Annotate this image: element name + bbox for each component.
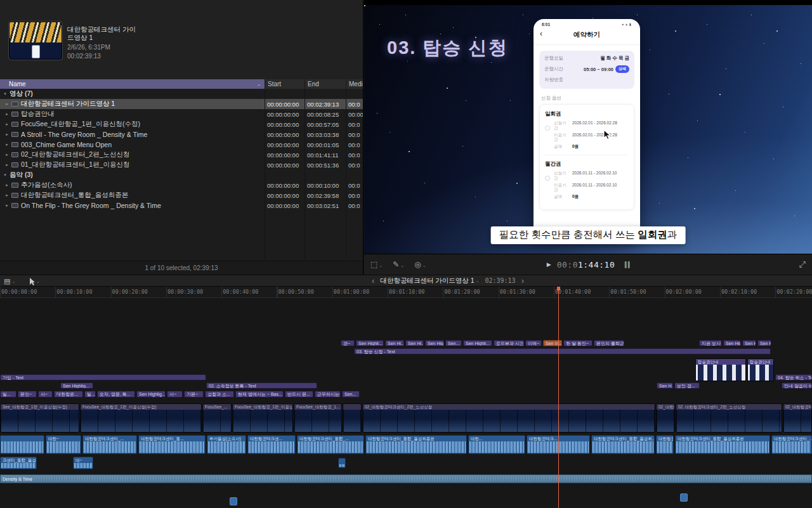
- index-button[interactable]: ▤⌄: [4, 275, 15, 287]
- title-clip[interactable]: 기본~: [184, 391, 204, 398]
- audio-clip[interactable]: 대한항공테크센...: [247, 435, 296, 454]
- effects-popup[interactable]: ◎⌄: [414, 260, 426, 269]
- list-item[interactable]: ▸01_대한항공테크센터_1편_이용신청00:00:00:0000:00:51:…: [0, 160, 363, 170]
- list-item[interactable]: ▸003_Chime Game Menu Open00:00:00:0000:0…: [0, 140, 363, 150]
- title-clip[interactable]: 02. 소속정보 등록 - Text: [206, 382, 317, 389]
- video-clip[interactable]: 02. 대한항공테크센터_2편_노선신청: [676, 403, 782, 433]
- title-clip[interactable]: 서~: [167, 391, 183, 398]
- title-clip[interactable]: Sen Hi...: [742, 340, 756, 346]
- timeline-ruler[interactable]: 00:00:00:0000:00:10:0000:00:20:0000:00:3…: [0, 287, 812, 298]
- back-chevron-icon[interactable]: ‹: [540, 29, 542, 38]
- title-clip[interactable]: 사~: [38, 391, 53, 398]
- title-clip[interactable]: Sen Highli...: [463, 340, 492, 346]
- audio-clip[interactable]: 대한항공테크센터_...: [82, 435, 137, 454]
- title-clip[interactable]: Sen Hig...: [425, 340, 444, 346]
- radio-button-icon[interactable]: [545, 176, 550, 181]
- timeline-tracks[interactable]: 관~Sen Highli...Sen Hi...Sen Hi...Sen Hig…: [0, 298, 812, 508]
- title-clip[interactable]: Sen 이...: [543, 340, 562, 346]
- list-item[interactable]: ▸A Stroll - The Grey Room _ Density & Ti…: [0, 129, 363, 140]
- playhead-timecode[interactable]: 00:01:44:10: [557, 260, 615, 270]
- title-clip[interactable]: Sen Hi...: [385, 340, 404, 346]
- title-clip[interactable]: Sen Highli...: [757, 340, 771, 346]
- title-clip[interactable]: 숫자, 영문, 특...: [97, 391, 135, 398]
- title-clip[interactable]: 일...: [0, 391, 16, 398]
- title-clip[interactable]: Sen Highlig...: [136, 391, 166, 398]
- video-frame[interactable]: 03. 탑승 신청 6:01 ● ▴ ▮ ‹ 예약하기 운행요일월 화 수 목 …: [364, 5, 812, 254]
- video-clip[interactable]: 02_대한항공테크...: [783, 403, 812, 433]
- title-clip[interactable]: 현재 앱에서는 ~ Bas...: [235, 391, 284, 398]
- title-clip[interactable]: 성함과 소...: [205, 391, 234, 398]
- disclosure-triangle-icon[interactable]: ▸: [4, 142, 10, 147]
- video-clip[interactable]: 02_대한항공테크센터_2편_노선신청: [362, 403, 655, 433]
- title-clip[interactable]: Sen...: [342, 391, 360, 398]
- playhead[interactable]: [558, 287, 559, 508]
- audio-clip[interactable]: [338, 458, 346, 468]
- list-item[interactable]: ▸02_대한항공테크센터_2편_노선신청00:00:00:0000:01:41:…: [0, 150, 363, 160]
- audio-clip[interactable]: 대한항공테크센터_통합_음성최...: [591, 435, 655, 454]
- disclosure-triangle-icon[interactable]: ▸: [4, 203, 10, 208]
- stub-clip[interactable]: [230, 497, 237, 505]
- audio-meters-icon[interactable]: [624, 261, 629, 268]
- thumb-clip[interactable]: 탑승권안내: [695, 358, 746, 381]
- audio-clip[interactable]: 대한항공테크센터_통합_음성최종본: [675, 435, 770, 454]
- disclosure-triangle-icon[interactable]: ▸: [4, 152, 10, 157]
- title-clip[interactable]: 본인의 출퇴근 방...: [594, 340, 624, 346]
- title-clip[interactable]: Sen H...: [657, 382, 673, 389]
- title-clip[interactable]: 보안 경...: [674, 382, 700, 389]
- audio-clip[interactable]: 대한항공테크센터_통합_음성최종본: [365, 435, 467, 454]
- radio-button-icon[interactable]: [545, 126, 550, 131]
- audio-clip[interactable]: 대한항공테크센터_통합_...: [297, 435, 364, 454]
- disclosure-triangle-icon[interactable]: ▸: [4, 183, 10, 188]
- detail-badge[interactable]: 상세: [615, 65, 629, 73]
- video-clip[interactable]: FocuSee_대한항공_1편_이용신...: [232, 403, 293, 433]
- disclosure-triangle-icon[interactable]: ▸: [4, 162, 10, 167]
- title-clip[interactable]: 근무하시는~: [315, 391, 341, 398]
- title-clip[interactable]: Sen Hig...: [723, 340, 741, 346]
- disclosure-triangle-icon[interactable]: ▾: [2, 173, 8, 178]
- column-header-start[interactable]: Start: [265, 79, 304, 89]
- audio-clip[interactable]: [0, 435, 44, 454]
- audio-clip[interactable]: 대한항공테크센터_통...: [138, 435, 206, 454]
- list-item[interactable]: ▸추가음성(소속사)00:00:00:0000:00:10:0000:0: [0, 180, 363, 190]
- disclosure-triangle-icon[interactable]: ▸: [4, 132, 10, 137]
- title-clip[interactable]: 이메~: [525, 340, 542, 346]
- audio-clip[interactable]: 대한항공테크센터_...: [771, 435, 812, 454]
- title-clip[interactable]: Sen Highlig...: [60, 382, 93, 389]
- disclosure-triangle-icon[interactable]: ▸: [4, 112, 10, 117]
- title-clip[interactable]: 가입 - Text: [0, 374, 206, 381]
- title-clip[interactable]: 알...: [84, 391, 96, 398]
- chevron-down-icon[interactable]: ⌄: [476, 278, 480, 283]
- tools-popup[interactable]: ⌄: [29, 275, 40, 287]
- title-clip[interactable]: 본인~: [18, 391, 37, 398]
- annotate-popup[interactable]: ✎⌄: [393, 260, 404, 269]
- music-clip[interactable]: Density & Time: [0, 474, 812, 483]
- clip-thumbnail[interactable]: [9, 22, 62, 60]
- audio-clip[interactable]: 대한항공테~: [656, 435, 674, 454]
- audio-clip[interactable]: 대~: [73, 457, 93, 469]
- title-clip[interactable]: 지금 보시~: [699, 340, 722, 346]
- video-clip[interactable]: FocuSee_...: [202, 403, 232, 433]
- title-clip[interactable]: Sen Hi...: [405, 340, 424, 346]
- title-clip[interactable]: 로드뷰와 시간표 등...: [494, 340, 524, 346]
- disclosure-triangle-icon[interactable]: ▸: [4, 193, 10, 198]
- stub-clip[interactable]: [680, 493, 688, 502]
- timeline-title[interactable]: 대한항공테크센터 가이드영상 1: [380, 277, 474, 285]
- column-header-media[interactable]: Media: [346, 79, 363, 89]
- column-header-name[interactable]: Name⌄: [0, 79, 265, 89]
- title-clip[interactable]: 반드시 본...: [285, 391, 313, 398]
- video-clip[interactable]: See_대한항공_1편_이용신청(수정): [0, 403, 79, 433]
- audio-clip[interactable]: 크센터_통합_음성최종본: [0, 457, 37, 469]
- audio-clip[interactable]: 대한~: [46, 435, 81, 454]
- list-item[interactable]: ▸FocuSee_대한항공_1편_이용신청(수정)00:00:00:0000:0…: [0, 119, 363, 129]
- column-header-end[interactable]: End: [304, 79, 346, 89]
- list-item[interactable]: ▸대한항공테크센터 가이드영상 100:00:00:0000:02:39:130…: [0, 99, 363, 109]
- group-row[interactable]: ▾영상 (7): [0, 89, 363, 99]
- list-item[interactable]: ▸On The Flip - The Grey Room _ Density &…: [0, 200, 363, 211]
- title-clip[interactable]: 안내 말씀이 바...: [782, 382, 812, 389]
- title-clip[interactable]: 03. 탑승 신청 - Text: [354, 348, 771, 355]
- disclosure-triangle-icon[interactable]: ▸: [4, 101, 10, 107]
- title-clip[interactable]: 한 달 동안~: [563, 340, 593, 346]
- list-item[interactable]: ▸탑승권안내00:00:00:0000:00:08:2500:00: [0, 109, 363, 119]
- audio-clip[interactable]: 대한...: [468, 435, 525, 454]
- title-clip[interactable]: 관~: [341, 340, 355, 346]
